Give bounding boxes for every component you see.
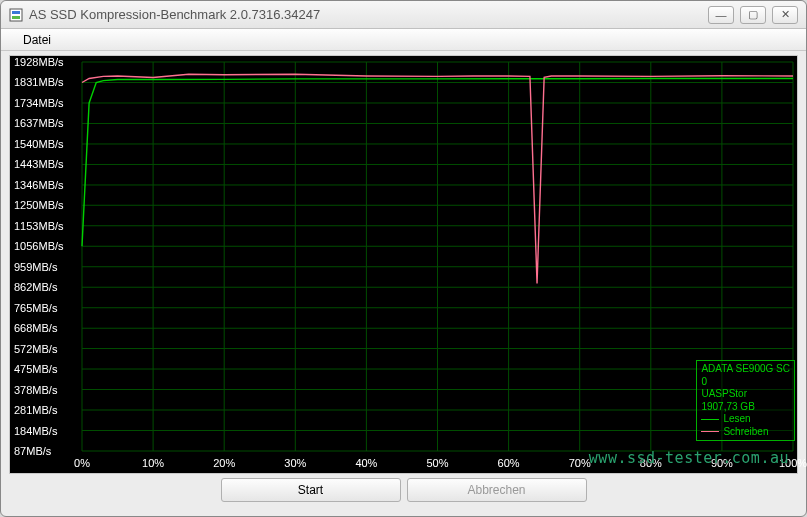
legend-read-swatch — [701, 419, 719, 420]
y-tick-label: 1250MB/s — [14, 199, 64, 211]
legend-size: 1907,73 GB — [701, 401, 790, 414]
y-tick-label: 1831MB/s — [14, 76, 64, 88]
menubar: Datei — [1, 29, 806, 51]
close-button[interactable]: ✕ — [772, 6, 798, 24]
app-window: AS SSD Kompression-Benchmark 2.0.7316.34… — [0, 0, 807, 517]
legend-driver: UASPStor — [701, 388, 790, 401]
x-tick-label: 0% — [74, 457, 90, 469]
x-tick-label: 60% — [498, 457, 520, 469]
y-tick-label: 1637MB/s — [14, 117, 64, 129]
start-button[interactable]: Start — [221, 478, 401, 502]
y-tick-label: 1443MB/s — [14, 158, 64, 170]
legend-read-label: Lesen — [723, 413, 750, 426]
legend-device-line2: 0 — [701, 376, 790, 389]
legend-read-row: Lesen — [701, 413, 790, 426]
y-tick-label: 475MB/s — [14, 363, 57, 375]
legend-write-row: Schreiben — [701, 426, 790, 439]
y-tick-label: 87MB/s — [14, 445, 51, 457]
button-bar: Start Abbrechen — [1, 478, 806, 508]
titlebar: AS SSD Kompression-Benchmark 2.0.7316.34… — [1, 1, 806, 29]
window-title: AS SSD Kompression-Benchmark 2.0.7316.34… — [29, 7, 708, 22]
cancel-button[interactable]: Abbrechen — [407, 478, 587, 502]
x-tick-label: 70% — [569, 457, 591, 469]
x-tick-label: 40% — [355, 457, 377, 469]
legend: ADATA SE900G SC0UASPStor1907,73 GBLesenS… — [696, 360, 795, 441]
x-tick-label: 30% — [284, 457, 306, 469]
svg-rect-0 — [10, 9, 22, 21]
x-tick-label: 20% — [213, 457, 235, 469]
watermark: www.ssd-tester.com.au — [589, 449, 789, 467]
maximize-button[interactable]: ▢ — [740, 6, 766, 24]
legend-write-swatch — [701, 431, 719, 432]
chart-panel: 87MB/s184MB/s281MB/s378MB/s475MB/s572MB/… — [9, 55, 798, 474]
x-tick-label: 10% — [142, 457, 164, 469]
y-tick-label: 1928MB/s — [14, 56, 64, 68]
minimize-button[interactable]: — — [708, 6, 734, 24]
legend-device: ADATA SE900G SC — [701, 363, 790, 376]
y-tick-label: 1056MB/s — [14, 240, 64, 252]
y-tick-label: 1346MB/s — [14, 179, 64, 191]
legend-write-label: Schreiben — [723, 426, 768, 439]
y-tick-label: 862MB/s — [14, 281, 57, 293]
y-tick-label: 1153MB/s — [14, 220, 64, 232]
y-tick-label: 572MB/s — [14, 343, 57, 355]
y-tick-label: 378MB/s — [14, 384, 57, 396]
y-tick-label: 281MB/s — [14, 404, 57, 416]
svg-rect-1 — [12, 11, 20, 14]
svg-rect-2 — [12, 16, 20, 19]
compression-chart: 87MB/s184MB/s281MB/s378MB/s475MB/s572MB/… — [10, 56, 797, 473]
app-icon — [9, 8, 23, 22]
y-tick-label: 1540MB/s — [14, 138, 64, 150]
y-tick-label: 184MB/s — [14, 425, 57, 437]
y-tick-label: 668MB/s — [14, 322, 57, 334]
y-tick-label: 1734MB/s — [14, 97, 64, 109]
x-tick-label: 50% — [426, 457, 448, 469]
window-controls: — ▢ ✕ — [708, 6, 798, 24]
menu-file[interactable]: Datei — [15, 31, 59, 49]
y-tick-label: 765MB/s — [14, 302, 57, 314]
y-tick-label: 959MB/s — [14, 261, 57, 273]
